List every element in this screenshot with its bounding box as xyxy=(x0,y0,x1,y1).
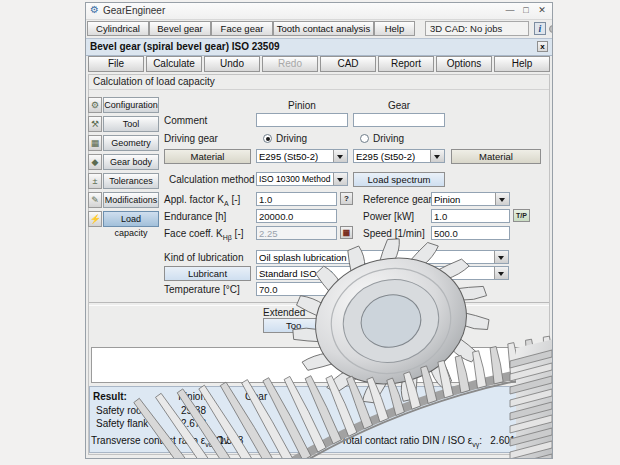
status-led-icon xyxy=(549,25,553,33)
sidebar-item-geometry[interactable]: Geometry xyxy=(103,135,159,151)
total-contact-ratio: Total contact ratio DIN / ISO εvγ: 2.601 xyxy=(341,435,515,446)
reference-gear-dropdown[interactable]: Pinion xyxy=(431,192,510,206)
safety-root-pinion-value: 29.38 xyxy=(161,405,206,416)
menu-help[interactable]: Help xyxy=(494,56,550,72)
total-contact-ratio-value: 2.601 xyxy=(490,435,515,446)
close-button[interactable]: ✕ xyxy=(534,3,550,18)
menu-bar: File Calculate Undo Redo CAD Report Opti… xyxy=(87,55,551,73)
chevron-down-icon[interactable] xyxy=(494,267,508,279)
configuration-icon[interactable]: ⚙ xyxy=(88,97,102,113)
material-pinion-value: E295 (St50-2) xyxy=(259,151,332,162)
menu-redo[interactable]: Redo xyxy=(262,56,318,72)
lubricant-dropdown[interactable]: Standard ISO VG xyxy=(256,266,509,280)
tab-bevel-gear[interactable]: Bevel gear xyxy=(149,21,211,36)
extended-label: Extended xyxy=(263,307,305,318)
material-gear-dropdown[interactable]: E295 (St50-2) xyxy=(353,149,445,163)
chevron-down-icon[interactable] xyxy=(494,251,508,263)
speed-input[interactable] xyxy=(431,226,510,240)
tab-tooth-contact-analysis[interactable]: Tooth contact analysis xyxy=(273,21,374,36)
gear-body-icon[interactable]: ◆ xyxy=(88,154,102,170)
app-gear-icon: ⚙ xyxy=(90,4,99,15)
application-factor-input[interactable] xyxy=(256,192,337,206)
modifications-icon[interactable]: ✎ xyxy=(88,192,102,208)
calculation-method-label: Calculation method xyxy=(169,174,255,185)
driving-pinion-radio[interactable] xyxy=(263,134,272,143)
driving-gear-radio-label: Driving xyxy=(373,133,404,144)
chevron-down-icon[interactable] xyxy=(333,150,347,162)
minimize-button[interactable]: — xyxy=(502,3,518,18)
temperature-label: Temperature [°C] xyxy=(164,284,240,295)
document-tab-title: Bevel gear (spiral bevel gear) ISO 23509 xyxy=(90,41,280,52)
tab-cylindrical-gear[interactable]: Cylindrical gear xyxy=(87,21,149,36)
reference-gear-label: Reference gear xyxy=(363,194,432,205)
extended-button-1[interactable]: Too xyxy=(263,318,346,333)
info-icon[interactable]: i xyxy=(534,22,546,35)
result-col-gear: Gear xyxy=(245,391,267,402)
material-pinion-dropdown[interactable]: E295 (St50-2) xyxy=(256,149,348,163)
help-icon[interactable]: ? xyxy=(340,192,353,205)
face-coefficient-label: Face coeff. KHβ [-] xyxy=(164,228,244,239)
lubricant-value: Standard ISO VG xyxy=(259,268,493,279)
menu-undo[interactable]: Undo xyxy=(204,56,260,72)
material-pinion-button[interactable]: Material xyxy=(164,149,251,164)
calculation-method-value: ISO 10300 Method B1 xyxy=(259,174,332,184)
tolerances-icon[interactable]: ± xyxy=(88,173,102,189)
extended-button-2[interactable] xyxy=(351,318,431,333)
temperature-input[interactable] xyxy=(256,282,344,296)
lubrication-value: Oil splash lubrication xyxy=(259,252,493,263)
panel-title: Calculation of load capacity xyxy=(93,76,215,87)
panel-header: Calculation of load capacity xyxy=(89,74,549,90)
comment-gear-input[interactable] xyxy=(353,113,445,127)
application-factor-label: Appl. factor KA [-] xyxy=(164,194,240,205)
tab-face-gear[interactable]: Face gear xyxy=(211,21,273,36)
menu-report[interactable]: Report xyxy=(378,56,434,72)
overlap-ratio-partial: Ov xyxy=(216,435,229,446)
column-header-gear: Gear xyxy=(353,100,445,111)
menu-file[interactable]: File xyxy=(88,56,144,72)
sidebar-item-tolerances[interactable]: Tolerances xyxy=(103,173,159,189)
sidebar-item-gear-body[interactable]: Gear body xyxy=(103,154,159,170)
section-divider xyxy=(89,302,549,306)
chevron-down-icon[interactable] xyxy=(333,173,347,185)
cad-status[interactable]: 3D CAD: No jobs xyxy=(425,21,529,36)
sidebar-item-load-capacity[interactable]: Load capacity xyxy=(103,211,159,227)
chevron-down-icon[interactable] xyxy=(430,150,444,162)
face-coefficient-input xyxy=(256,226,337,240)
power-input[interactable] xyxy=(431,209,510,223)
message-box xyxy=(91,347,549,383)
chevron-down-icon[interactable] xyxy=(495,193,509,205)
load-spectrum-button[interactable]: Load spectrum xyxy=(353,172,445,187)
lubricant-button[interactable]: Lubricant xyxy=(164,266,251,281)
calculation-method-dropdown[interactable]: ISO 10300 Method B1 xyxy=(256,172,348,186)
menu-calculate[interactable]: Calculate xyxy=(146,56,202,72)
sidebar-item-configuration[interactable]: Configuration xyxy=(103,97,159,113)
window-title: GearEngineer xyxy=(103,5,165,16)
sidebar-item-tool[interactable]: Tool xyxy=(103,116,159,132)
comment-pinion-input[interactable] xyxy=(256,113,348,127)
driving-gear-radio[interactable] xyxy=(360,134,369,143)
load-capacity-icon[interactable]: ⚡ xyxy=(88,211,102,227)
endurance-input[interactable] xyxy=(256,209,337,223)
lubrication-dropdown[interactable]: Oil splash lubrication xyxy=(256,250,509,264)
tool-icon[interactable]: ⚒ xyxy=(88,116,102,132)
safety-flank-label: Safety flank xyxy=(96,418,148,429)
power-label: Power [kW] xyxy=(363,211,414,222)
material-gear-value: E295 (St50-2) xyxy=(356,151,429,162)
sidebar-item-modifications[interactable]: Modifications xyxy=(103,192,159,208)
menu-cad[interactable]: CAD xyxy=(320,56,376,72)
torque-power-toggle-button[interactable]: T/P xyxy=(513,209,530,222)
comment-label: Comment xyxy=(164,115,207,126)
material-gear-button[interactable]: Material xyxy=(451,149,541,164)
geometry-icon[interactable]: ▦ xyxy=(88,135,102,151)
maximize-button[interactable]: □ xyxy=(518,3,534,18)
calculator-icon[interactable]: ▦ xyxy=(340,226,353,239)
driving-gear-label: Driving gear xyxy=(164,133,218,144)
document-tab[interactable]: Bevel gear (spiral bevel gear) ISO 23509… xyxy=(86,38,552,56)
result-col-pinion: Pinion xyxy=(161,391,206,402)
title-bar: ⚙ GearEngineer — □ ✕ xyxy=(86,3,552,20)
document-tab-close-icon[interactable]: x xyxy=(537,41,548,52)
tab-help[interactable]: Help xyxy=(374,21,415,36)
gearengineer-window: ⚙ GearEngineer — □ ✕ Cylindrical gear Be… xyxy=(85,2,553,459)
menu-options[interactable]: Options xyxy=(436,56,492,72)
safety-flank-pinion-value: 2.673 xyxy=(161,418,206,429)
